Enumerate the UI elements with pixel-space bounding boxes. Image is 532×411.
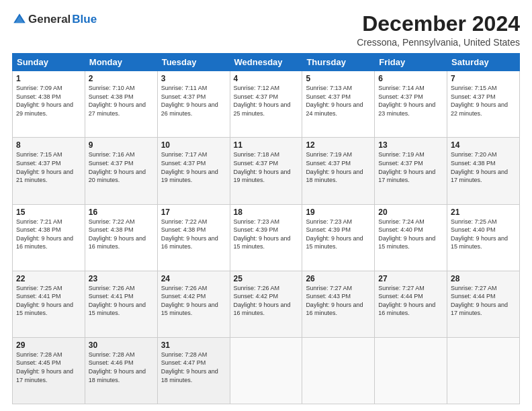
calendar-cell: 20Sunrise: 7:24 AMSunset: 4:40 PMDayligh… (375, 204, 447, 271)
day-number: 13 (378, 140, 443, 150)
cell-content: Sunrise: 7:27 AMSunset: 4:44 PMDaylight:… (378, 284, 443, 318)
logo-blue: Blue (72, 13, 97, 26)
day-number: 27 (378, 274, 443, 283)
calendar-cell: 19Sunrise: 7:23 AMSunset: 4:39 PMDayligh… (302, 204, 375, 271)
cell-content: Sunrise: 7:09 AMSunset: 4:38 PMDaylight:… (16, 84, 81, 118)
calendar-cell: 15Sunrise: 7:21 AMSunset: 4:38 PMDayligh… (13, 204, 85, 271)
day-header-sunday: Sunday (13, 54, 85, 71)
cell-content: Sunrise: 7:14 AMSunset: 4:37 PMDaylight:… (378, 84, 443, 118)
calendar-cell (230, 337, 302, 404)
month-title: December 2024 (357, 12, 520, 36)
logo: General Blue (12, 12, 97, 27)
day-number: 21 (451, 208, 516, 217)
day-header-wednesday: Wednesday (230, 54, 302, 71)
day-header-thursday: Thursday (302, 54, 375, 71)
calendar-cell: 13Sunrise: 7:19 AMSunset: 4:37 PMDayligh… (375, 138, 447, 204)
logo-icon (12, 12, 27, 27)
day-number: 22 (16, 274, 81, 283)
calendar-cell: 8Sunrise: 7:15 AMSunset: 4:37 PMDaylight… (13, 138, 85, 204)
day-number: 31 (161, 340, 226, 350)
calendar-cell: 7Sunrise: 7:15 AMSunset: 4:37 PMDaylight… (447, 71, 520, 138)
day-header-saturday: Saturday (447, 54, 520, 71)
cell-content: Sunrise: 7:28 AMSunset: 4:46 PMDaylight:… (89, 351, 154, 384)
calendar-cell: 3Sunrise: 7:11 AMSunset: 4:37 PMDaylight… (157, 71, 230, 138)
day-number: 25 (234, 274, 299, 283)
calendar-cell: 23Sunrise: 7:26 AMSunset: 4:41 PMDayligh… (85, 271, 157, 337)
calendar-week-3: 15Sunrise: 7:21 AMSunset: 4:38 PMDayligh… (13, 204, 520, 271)
cell-content: Sunrise: 7:11 AMSunset: 4:37 PMDaylight:… (161, 84, 226, 118)
calendar-cell: 24Sunrise: 7:26 AMSunset: 4:42 PMDayligh… (157, 271, 230, 337)
day-number: 28 (451, 274, 516, 283)
header: General Blue December 2024 Cressona, Pen… (12, 12, 520, 48)
day-number: 14 (451, 140, 516, 150)
cell-content: Sunrise: 7:23 AMSunset: 4:39 PMDaylight:… (306, 218, 371, 251)
cell-content: Sunrise: 7:27 AMSunset: 4:44 PMDaylight:… (451, 284, 516, 318)
logo-general: General (28, 13, 71, 26)
cell-content: Sunrise: 7:25 AMSunset: 4:41 PMDaylight:… (16, 284, 81, 318)
day-number: 11 (234, 140, 299, 150)
calendar-cell: 16Sunrise: 7:22 AMSunset: 4:38 PMDayligh… (85, 204, 157, 271)
day-header-friday: Friday (375, 54, 447, 71)
day-header-monday: Monday (85, 54, 157, 71)
cell-content: Sunrise: 7:26 AMSunset: 4:42 PMDaylight:… (161, 284, 226, 318)
calendar-cell: 31Sunrise: 7:28 AMSunset: 4:47 PMDayligh… (157, 337, 230, 404)
calendar-cell: 21Sunrise: 7:25 AMSunset: 4:40 PMDayligh… (447, 204, 520, 271)
calendar-cell: 2Sunrise: 7:10 AMSunset: 4:38 PMDaylight… (85, 71, 157, 138)
cell-content: Sunrise: 7:13 AMSunset: 4:37 PMDaylight:… (306, 84, 371, 118)
calendar-cell: 29Sunrise: 7:28 AMSunset: 4:45 PMDayligh… (13, 337, 85, 404)
calendar-cell (375, 337, 447, 404)
cell-content: Sunrise: 7:21 AMSunset: 4:38 PMDaylight:… (16, 218, 81, 251)
calendar-cell: 10Sunrise: 7:17 AMSunset: 4:37 PMDayligh… (157, 138, 230, 204)
day-number: 29 (16, 340, 81, 350)
day-number: 10 (161, 140, 226, 150)
cell-content: Sunrise: 7:28 AMSunset: 4:45 PMDaylight:… (16, 351, 81, 384)
day-number: 2 (89, 74, 154, 83)
day-number: 8 (16, 140, 81, 150)
calendar-table: SundayMondayTuesdayWednesdayThursdayFrid… (12, 53, 520, 404)
cell-content: Sunrise: 7:22 AMSunset: 4:38 PMDaylight:… (161, 218, 226, 251)
cell-content: Sunrise: 7:15 AMSunset: 4:37 PMDaylight:… (451, 84, 516, 118)
day-number: 30 (89, 340, 154, 350)
calendar-week-1: 1Sunrise: 7:09 AMSunset: 4:38 PMDaylight… (13, 71, 520, 138)
calendar-cell: 22Sunrise: 7:25 AMSunset: 4:41 PMDayligh… (13, 271, 85, 337)
calendar-cell: 6Sunrise: 7:14 AMSunset: 4:37 PMDaylight… (375, 71, 447, 138)
calendar-week-5: 29Sunrise: 7:28 AMSunset: 4:45 PMDayligh… (13, 337, 520, 404)
cell-content: Sunrise: 7:19 AMSunset: 4:37 PMDaylight:… (378, 150, 443, 184)
day-header-tuesday: Tuesday (157, 54, 230, 71)
day-number: 3 (161, 74, 226, 83)
cell-content: Sunrise: 7:20 AMSunset: 4:38 PMDaylight:… (451, 150, 516, 184)
title-area: December 2024 Cressona, Pennsylvania, Un… (357, 12, 520, 48)
calendar-cell: 12Sunrise: 7:19 AMSunset: 4:37 PMDayligh… (302, 138, 375, 204)
cell-content: Sunrise: 7:25 AMSunset: 4:40 PMDaylight:… (451, 218, 516, 251)
cell-content: Sunrise: 7:18 AMSunset: 4:37 PMDaylight:… (234, 150, 299, 184)
logo-area: General Blue (12, 12, 97, 27)
day-number: 5 (306, 74, 371, 83)
day-number: 1 (16, 74, 81, 83)
day-number: 17 (161, 208, 226, 217)
calendar-week-2: 8Sunrise: 7:15 AMSunset: 4:37 PMDaylight… (13, 138, 520, 204)
calendar-cell (302, 337, 375, 404)
calendar-cell: 27Sunrise: 7:27 AMSunset: 4:44 PMDayligh… (375, 271, 447, 337)
day-number: 23 (89, 274, 154, 283)
cell-content: Sunrise: 7:19 AMSunset: 4:37 PMDaylight:… (306, 150, 371, 184)
cell-content: Sunrise: 7:24 AMSunset: 4:40 PMDaylight:… (378, 218, 443, 251)
cell-content: Sunrise: 7:27 AMSunset: 4:43 PMDaylight:… (306, 284, 371, 318)
calendar-cell (447, 337, 520, 404)
calendar-cell: 9Sunrise: 7:16 AMSunset: 4:37 PMDaylight… (85, 138, 157, 204)
cell-content: Sunrise: 7:12 AMSunset: 4:37 PMDaylight:… (234, 84, 299, 118)
location-title: Cressona, Pennsylvania, United States (357, 37, 520, 48)
calendar-cell: 4Sunrise: 7:12 AMSunset: 4:37 PMDaylight… (230, 71, 302, 138)
day-number: 7 (451, 74, 516, 83)
calendar-cell: 1Sunrise: 7:09 AMSunset: 4:38 PMDaylight… (13, 71, 85, 138)
cell-content: Sunrise: 7:10 AMSunset: 4:38 PMDaylight:… (89, 84, 154, 118)
cell-content: Sunrise: 7:17 AMSunset: 4:37 PMDaylight:… (161, 150, 226, 184)
day-number: 20 (378, 208, 443, 217)
calendar-cell: 5Sunrise: 7:13 AMSunset: 4:37 PMDaylight… (302, 71, 375, 138)
day-number: 18 (234, 208, 299, 217)
calendar-cell: 18Sunrise: 7:23 AMSunset: 4:39 PMDayligh… (230, 204, 302, 271)
day-number: 4 (234, 74, 299, 83)
cell-content: Sunrise: 7:16 AMSunset: 4:37 PMDaylight:… (89, 150, 154, 184)
calendar-cell: 28Sunrise: 7:27 AMSunset: 4:44 PMDayligh… (447, 271, 520, 337)
cell-content: Sunrise: 7:28 AMSunset: 4:47 PMDaylight:… (161, 351, 226, 384)
day-number: 26 (306, 274, 371, 283)
